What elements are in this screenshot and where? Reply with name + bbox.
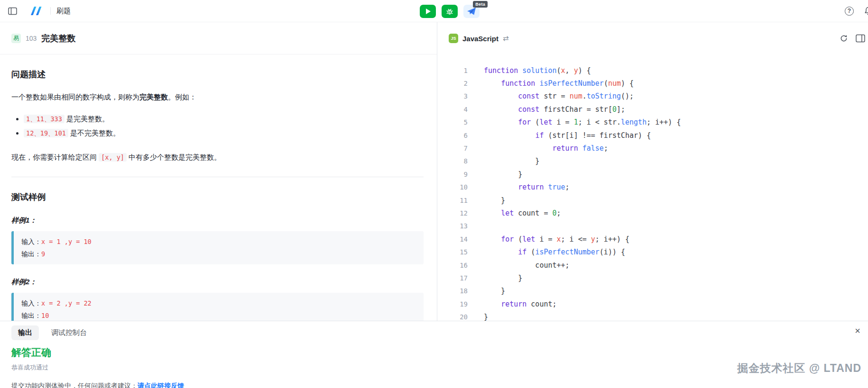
code-line[interactable]: 13 bbox=[437, 220, 868, 233]
language-selector[interactable]: JS JavaScript ⇄ bbox=[449, 34, 508, 43]
code-token: function bbox=[484, 66, 518, 75]
task-suffix: 中有多少个整数是完美整数。 bbox=[127, 153, 221, 161]
console-tab-debug[interactable]: 调试控制台 bbox=[51, 325, 87, 340]
code-line[interactable]: 14 for (let i = x; i <= y; i++) { bbox=[437, 233, 868, 245]
run-button[interactable] bbox=[420, 5, 436, 18]
code-token: return bbox=[553, 144, 578, 153]
code-token: true bbox=[548, 183, 565, 191]
code-token bbox=[484, 235, 501, 244]
code-line[interactable]: 19 return count; bbox=[437, 298, 868, 310]
problem-content[interactable]: 问题描述 一个整数如果由相同的数字构成，则称为完美整数。例如： 1、11、333… bbox=[0, 54, 437, 321]
code-token: solution bbox=[522, 66, 556, 75]
paper-plane-icon bbox=[467, 7, 476, 16]
code-token bbox=[484, 144, 553, 153]
line-number: 4 bbox=[437, 106, 468, 113]
code-line[interactable]: 17 } bbox=[437, 271, 868, 284]
samples-heading: 测试样例 bbox=[11, 191, 424, 203]
code-line[interactable]: 15 if (isPerfectNumber(i)) { bbox=[437, 245, 868, 258]
code-token: x bbox=[561, 66, 565, 75]
code-text: const str = num.toString(); bbox=[468, 92, 634, 100]
code-token: const bbox=[518, 105, 539, 114]
task-paragraph: 现在，你需要计算给定区间 [x, y] 中有多少个整数是完美整数。 bbox=[11, 152, 424, 163]
code-token: const bbox=[518, 92, 539, 100]
sample-row-label: 输出： bbox=[21, 250, 41, 258]
line-number: 2 bbox=[437, 80, 468, 87]
code-line[interactable]: 7 return false; bbox=[437, 142, 868, 154]
line-number: 13 bbox=[437, 222, 468, 230]
code-token: let bbox=[501, 209, 514, 217]
line-number: 3 bbox=[437, 92, 468, 100]
help-button[interactable]: ? bbox=[845, 7, 854, 16]
code-token bbox=[578, 144, 582, 153]
description-heading: 问题描述 bbox=[11, 69, 424, 80]
code-token: , bbox=[565, 66, 574, 75]
code-token: isPerfectNumber bbox=[535, 248, 599, 256]
code-token: count = bbox=[514, 209, 552, 217]
code-line[interactable]: 16 count++; bbox=[437, 259, 868, 271]
code-token: return bbox=[501, 300, 526, 308]
code-line[interactable]: 8 } bbox=[437, 155, 868, 168]
code-token bbox=[518, 66, 522, 75]
nav-divider bbox=[50, 7, 51, 15]
code-line[interactable]: 18 } bbox=[437, 285, 868, 298]
code-token: x bbox=[557, 235, 561, 244]
code-token: ; bbox=[557, 209, 561, 217]
line-number: 5 bbox=[437, 118, 468, 126]
code-editor[interactable]: 1function solution(x, y) {2 function isP… bbox=[437, 54, 868, 321]
panel-layout-button[interactable] bbox=[856, 34, 865, 43]
code-line[interactable]: 4 const firstChar = str[0]; bbox=[437, 103, 868, 116]
debug-button[interactable] bbox=[442, 5, 458, 18]
run-controls: Beta bbox=[420, 0, 480, 22]
console-tab-output[interactable]: 输出 bbox=[11, 325, 39, 340]
line-number: 15 bbox=[437, 248, 468, 256]
code-text: if (isPerfectNumber(i)) { bbox=[468, 248, 625, 256]
code-text: const firstChar = str[0]; bbox=[468, 105, 625, 114]
sidebar-toggle-button[interactable] bbox=[7, 5, 18, 17]
code-line[interactable]: 12 let count = 0; bbox=[437, 207, 868, 219]
code-token: y bbox=[574, 66, 578, 75]
code-token: ; bbox=[565, 183, 570, 191]
code-token: ( bbox=[514, 235, 522, 244]
code-line[interactable]: 1function solution(x, y) { bbox=[437, 64, 868, 77]
app-logo[interactable] bbox=[29, 5, 45, 17]
sidebar-toggle-icon bbox=[8, 7, 17, 15]
code-token: y bbox=[591, 235, 595, 244]
editor-header: JS JavaScript ⇄ bbox=[437, 22, 868, 54]
sample-output: 输出：10 bbox=[21, 309, 416, 321]
difficulty-badge: 易 bbox=[11, 34, 21, 43]
code-token: for bbox=[518, 118, 531, 126]
problem-title: 完美整数 bbox=[41, 33, 75, 44]
code-token: num bbox=[608, 79, 621, 88]
reset-code-button[interactable] bbox=[840, 34, 848, 43]
example-text: 是不完美整数。 bbox=[68, 129, 120, 137]
code-line[interactable]: 10 return true; bbox=[437, 181, 868, 194]
feedback-link[interactable]: 请点此链接反馈 bbox=[138, 382, 184, 388]
submit-button[interactable]: Beta bbox=[463, 5, 480, 18]
code-token: function bbox=[501, 79, 535, 88]
feedback-text: 提交功能内测体验中，任何问题或者建议： bbox=[11, 382, 138, 388]
notifications-button[interactable] bbox=[863, 6, 868, 16]
line-number: 14 bbox=[437, 235, 468, 243]
code-token bbox=[484, 118, 518, 126]
console-close-button[interactable]: × bbox=[855, 326, 860, 335]
code-line[interactable]: 2 function isPerfectNumber(num) { bbox=[437, 77, 868, 90]
code-token: } bbox=[484, 287, 505, 295]
code-line[interactable]: 5 for (let i = 1; i < str.length; i++) { bbox=[437, 116, 868, 129]
code-token: ) { bbox=[578, 66, 591, 75]
code-token: ; i++) { bbox=[646, 118, 681, 126]
console-panel: 输出调试控制台 × 解答正确 恭喜成功通过 提交功能内测体验中，任何问题或者建议… bbox=[0, 321, 868, 388]
code-token: ( bbox=[526, 248, 535, 256]
code-line[interactable]: 6 if (str[i] !== firstChar) { bbox=[437, 129, 868, 142]
sample-input: 输入：x = 2 ,y = 22 bbox=[21, 297, 416, 309]
example-text: 是完美整数。 bbox=[65, 115, 109, 123]
code-token: let bbox=[539, 118, 552, 126]
code-token: ( bbox=[531, 118, 539, 126]
console-tabs: 输出调试控制台 bbox=[11, 321, 857, 340]
code-line[interactable]: 3 const str = num.toString(); bbox=[437, 90, 868, 103]
line-number: 12 bbox=[437, 209, 468, 217]
code-line[interactable]: 11 } bbox=[437, 194, 868, 207]
line-number: 9 bbox=[437, 171, 468, 178]
code-line[interactable]: 9 } bbox=[437, 168, 868, 180]
code-line[interactable]: 20} bbox=[437, 310, 868, 321]
feedback-line: 提交功能内测体验中，任何问题或者建议：请点此链接反馈 bbox=[11, 382, 184, 388]
